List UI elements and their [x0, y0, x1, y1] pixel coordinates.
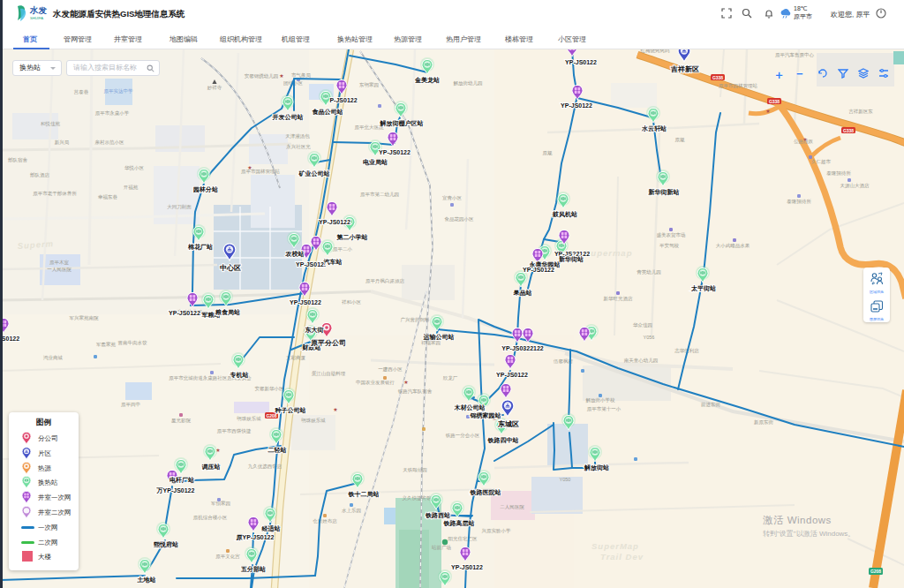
- svg-text:解放街小学校: 解放街小学校: [586, 397, 616, 403]
- svg-text:新原东街: 新原东街: [754, 419, 774, 426]
- svg-text:原平实达中学: 原平实达中学: [104, 88, 134, 94]
- svg-text:新华街新站: 新华街新站: [648, 188, 680, 196]
- svg-text:太平街站: 太平街站: [690, 285, 716, 292]
- svg-text:部队酒店: 部队酒店: [30, 172, 50, 178]
- svg-text:解放街站: 解放街站: [584, 464, 609, 471]
- svg-text:YP-JS0122: YP-JS0122: [451, 564, 483, 570]
- svg-text:原平四中: 原平四中: [121, 402, 140, 408]
- svg-text:原平汽车售票中心: 原平汽车售票中心: [775, 52, 815, 58]
- svg-text:农校站: 农校站: [285, 250, 305, 258]
- svg-text:熙悦府站: 熙悦府站: [154, 540, 178, 548]
- svg-text:水发: 水发: [29, 5, 48, 15]
- svg-text:广兴营药饲料: 广兴营药饲料: [401, 317, 431, 323]
- svg-text:东明家园: 东明家园: [358, 82, 379, 88]
- svg-text:开福苑: 开福苑: [124, 185, 139, 191]
- svg-text:解放街棚户区站: 解放街棚户区站: [380, 119, 424, 127]
- svg-text:铁路医院站: 铁路医院站: [470, 489, 501, 496]
- svg-text:前进东街: 前进东街: [701, 402, 721, 408]
- svg-text:明珠娱乐城: 明珠娱乐城: [301, 418, 326, 423]
- svg-text:P-JS0122: P-JS0122: [329, 97, 357, 103]
- svg-text:原平二小: 原平二小: [333, 246, 353, 252]
- svg-text:市气象局: 市气象局: [291, 72, 312, 79]
- svg-text:阳光住宅三区: 阳光住宅三区: [448, 536, 478, 542]
- svg-text:锦绣家园站: 锦绣家园站: [470, 411, 501, 419]
- svg-text:欣龙厂: 欣龙厂: [443, 375, 458, 381]
- svg-text:部队宿舍: 部队宿舍: [8, 157, 28, 163]
- svg-text:青英幼儿园: 青英幼儿园: [637, 269, 661, 275]
- svg-text:原平市西饼快捷: 原平市西饼快捷: [217, 428, 252, 434]
- svg-text:一人民医院: 一人民医院: [47, 267, 72, 273]
- svg-text:原平市第十一小: 原平市第十一小: [587, 406, 622, 411]
- svg-text:公路段政: 公路段政: [794, 139, 814, 144]
- svg-text:SHUIFA: SHUIFA: [30, 16, 43, 20]
- svg-text:原平市国林管理站: 原平市国林管理站: [241, 169, 281, 175]
- svg-text:电杆厂站: 电杆厂站: [170, 477, 194, 484]
- svg-text:YP-JS0122: YP-JS0122: [169, 310, 200, 316]
- svg-text:YP-JS0122: YP-JS0122: [561, 102, 592, 109]
- svg-text:蛋江山自助料理: 蛋江山自助料理: [312, 370, 346, 377]
- svg-text:SuperMap: SuperMap: [591, 541, 639, 551]
- svg-text:莒泰巷: 莒泰巷: [74, 89, 89, 95]
- svg-text:JS0122: JS0122: [0, 335, 19, 342]
- svg-text:铁路汽车队宿舍: 铁路汽车队宿舍: [397, 388, 433, 395]
- svg-text:新华街站: 新华街站: [558, 255, 584, 263]
- svg-text:★: ★: [279, 73, 283, 79]
- svg-text:中国农业发展银行: 中国农业发展银行: [356, 380, 396, 386]
- svg-text:YP-JS0122: YP-JS0122: [290, 299, 321, 305]
- svg-text:Supermap: Supermap: [584, 248, 632, 258]
- svg-text:新兴局: 新兴局: [55, 139, 70, 146]
- svg-text:铁路一分会小区: 铁路一分会小区: [445, 433, 480, 438]
- svg-text:调压站: 调压站: [201, 464, 221, 471]
- svg-text:义久快捷宾馆: 义久快捷宾馆: [403, 495, 433, 501]
- svg-text:原平文化宫: 原平文化宫: [215, 554, 240, 560]
- svg-text:果品站: 果品站: [513, 290, 532, 297]
- svg-text:平安驾校: 平安驾校: [659, 243, 680, 248]
- svg-text:亲村示范小区: 亲村示范小区: [95, 139, 125, 146]
- svg-text:原平木室: 原平木室: [49, 260, 70, 265]
- svg-text:Y056: Y056: [644, 335, 655, 340]
- svg-text:祥和小区: 祥和小区: [342, 299, 362, 305]
- svg-text:东大街: 东大街: [305, 326, 324, 334]
- svg-text:木材公司站: 木材公司站: [454, 403, 486, 411]
- svg-text:南关童心幼儿园: 南关童心幼儿园: [624, 358, 659, 364]
- svg-text:原平市永康小学: 原平市永康小学: [95, 110, 130, 116]
- svg-text:天铁颐仙园: 天铁颐仙园: [403, 467, 427, 473]
- svg-text:妙祥寺: 妙祥寺: [207, 85, 222, 91]
- svg-text:二人民医院: 二人民医院: [500, 504, 524, 510]
- svg-text:铁路高层站: 铁路高层站: [443, 519, 475, 527]
- svg-text:仓百姓布店: 仓百姓布店: [313, 518, 337, 524]
- svg-text:万YP-JS0122: 万YP-JS0122: [156, 487, 195, 494]
- svg-text:幸福东巷: 幸福东巷: [98, 194, 118, 200]
- svg-text:二轻站: 二轻站: [268, 447, 287, 454]
- svg-text:G208: G208: [266, 413, 276, 418]
- svg-text:和悦佳苑: 和悦佳苑: [41, 121, 61, 127]
- svg-text:YP-JS0122: YP-JS0122: [496, 372, 528, 378]
- svg-text:开发公司站: 开发公司站: [272, 114, 304, 121]
- svg-text:天津灌汤包: 天津灌汤包: [285, 133, 310, 139]
- svg-text:食品公司站: 食品公司站: [312, 109, 343, 116]
- svg-text:原平分公司: 原平分公司: [310, 339, 346, 347]
- svg-text:YP-JS0122: YP-JS0122: [565, 59, 597, 65]
- svg-text:铁路西站: 铁路西站: [425, 512, 450, 519]
- svg-text:G338: G338: [712, 75, 723, 80]
- svg-text:军怡家园: 军怡家园: [211, 501, 230, 507]
- svg-text:军兴家苑南院: 军兴家苑南院: [70, 315, 100, 321]
- svg-text:粮食局站: 粮食局站: [215, 308, 240, 316]
- svg-text:专机站: 专机站: [230, 371, 249, 379]
- svg-text:原YP-JS0122: 原YP-JS0122: [236, 534, 275, 541]
- svg-text:华悦小区: 华悦小区: [124, 165, 145, 171]
- svg-text:水上乐园: 水上乐园: [342, 508, 361, 514]
- svg-text:原机综合楼小区: 原机综合楼小区: [193, 515, 228, 521]
- svg-text:鸿业商城: 鸿业商城: [43, 355, 64, 360]
- svg-text:宜青小区: 宜青小区: [442, 195, 463, 200]
- svg-text:永兴社区光: 永兴社区光: [286, 144, 311, 150]
- svg-text:泰隆招待所: 泰隆招待所: [826, 170, 851, 177]
- svg-text:食品花园小区: 食品花园小区: [445, 216, 475, 222]
- svg-text:吉祥新区: 吉祥新区: [670, 64, 699, 73]
- svg-text:棉花厂站: 棉花厂站: [187, 244, 213, 251]
- svg-text:解放街幼儿园: 解放街幼儿园: [454, 80, 483, 87]
- svg-text:原平市老干部休养所: 原平市老干部休养所: [33, 191, 77, 197]
- svg-text:大同刀削面: 大同刀削面: [167, 204, 192, 210]
- svg-text:★: ★: [403, 380, 408, 385]
- svg-text:军蠹家苑: 军蠹家苑: [96, 342, 117, 348]
